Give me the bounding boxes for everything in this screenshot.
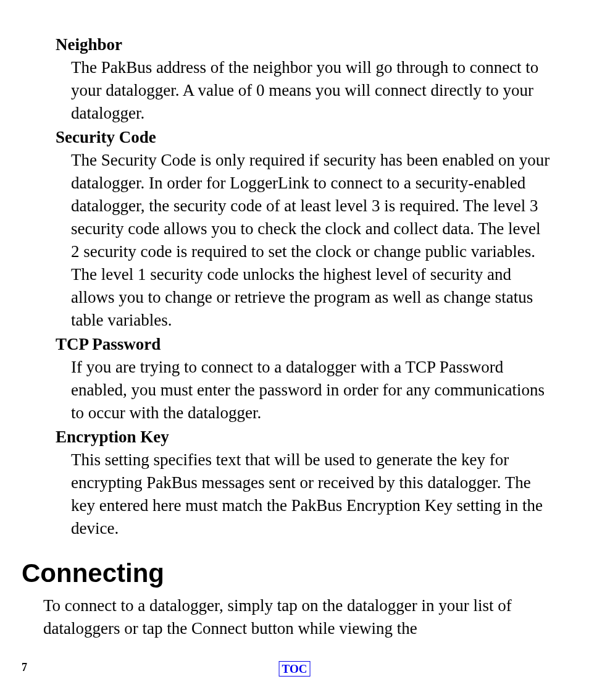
term-heading: Encryption Key [56,426,552,449]
section-body: To connect to a datalogger, simply tap o… [43,594,552,640]
page: Neighbor The PakBus address of the neigh… [0,0,589,700]
definition-security-code: Security Code The Security Code is only … [56,126,552,332]
toc-link[interactable]: TOC [279,661,311,677]
term-body: This setting specifies text that will be… [71,449,552,540]
content-area: Neighbor The PakBus address of the neigh… [56,33,552,640]
definition-tcp-password: TCP Password If you are trying to connec… [56,333,552,424]
definition-neighbor: Neighbor The PakBus address of the neigh… [56,33,552,125]
definition-encryption-key: Encryption Key This setting specifies te… [56,426,552,540]
term-heading: TCP Password [56,333,552,356]
section-heading-connecting: Connecting [22,559,552,588]
page-number: 7 [22,661,27,674]
term-heading: Neighbor [56,33,552,56]
term-body: The Security Code is only required if se… [71,149,552,332]
term-body: The PakBus address of the neighbor you w… [71,56,552,125]
term-heading: Security Code [56,126,552,149]
term-body: If you are trying to connect to a datalo… [71,356,552,424]
